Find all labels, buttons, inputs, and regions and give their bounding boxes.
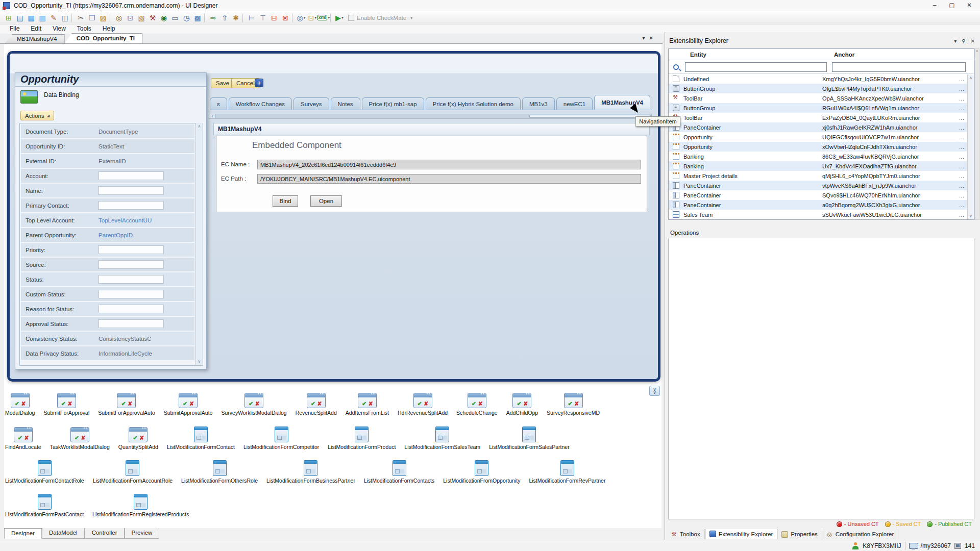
palette-item[interactable]: ✔ ✘ AddItemsFromList (346, 393, 389, 416)
table-row[interactable]: PaneContainer SQvo9$HLc46WQ70hErNhIm.uia… (669, 190, 967, 200)
minimize-icon[interactable]: – (926, 0, 943, 11)
toolbar-icon[interactable]: ▦ ▾ (26, 12, 37, 23)
chevron-down-icon[interactable]: ▾ (304, 15, 306, 20)
table-row[interactable]: Opportunity xOwVtwrHZqluCnFJdhTXkm.uianc… (669, 142, 967, 152)
document-tab[interactable]: MB1MashupV4 (5, 34, 65, 43)
table-row[interactable]: Sales Team sSUvWkucFawW53U1wcDiLG.uianch… (669, 210, 967, 219)
form-row[interactable]: Custom Status: (21, 287, 194, 301)
screen-tab[interactable]: newEC1 (556, 97, 593, 110)
tab-list-dropdown-icon[interactable]: ▾ (643, 35, 645, 41)
table-row[interactable]: ButtonGroup RGuILW0xA4I$Q6LnfVWg1m.uianc… (669, 103, 967, 113)
form-field-input[interactable] (99, 275, 164, 284)
toolbar-icon[interactable]: ⚒ ▾ (147, 12, 158, 23)
bind-button[interactable]: Bind (273, 195, 298, 207)
scroll-up-icon[interactable]: ∧ (968, 76, 974, 80)
table-row[interactable]: ToolBar ExPaZyDB04_0QaytLUKoRm.uianchor … (669, 113, 967, 122)
more-button[interactable]: … (957, 95, 967, 102)
table-row[interactable]: Banking Ux7_KbdVc4EXOadlhaZTfG.uianchor … (669, 161, 967, 171)
anchor-filter-input[interactable] (832, 62, 966, 72)
list-scrollbar[interactable]: ∧ ∨ (967, 74, 974, 219)
form-row[interactable]: Account: (21, 169, 194, 183)
more-button[interactable]: … (957, 115, 967, 121)
toolbar-icon[interactable]: ▩ ▾ (192, 12, 203, 23)
toolbar-icon[interactable]: ▤ ▾ (14, 12, 26, 23)
palette-item[interactable]: ✔ ✘ SubmitForApproval (43, 393, 89, 416)
palette-item[interactable]: ✔ ✘ ListModificationFormProduct (328, 427, 396, 450)
palette-item[interactable]: ✔ ✘ ListModificationFormRegisteredProduc… (92, 494, 189, 517)
table-row[interactable]: Undefined XmgYhQsJo4kr_IqG5E0bmW.uiancho… (669, 74, 967, 84)
form-field-link[interactable]: TopLevelAccountUU (99, 217, 152, 223)
table-row[interactable]: Opportunity UQIEGCflsqouUiOVCP7w1m.uianc… (669, 132, 967, 142)
toolbar-icon[interactable]: ⊢ ▾ (246, 12, 257, 23)
toolbar-icon[interactable]: ◫ ▾ (59, 12, 70, 23)
toolbar-icon[interactable]: ▾ (71, 13, 74, 22)
expand-chevrons-button[interactable]: ∨ ∨ (649, 386, 660, 396)
toolbar-icon[interactable]: ▾ (204, 13, 207, 22)
form-row[interactable]: Parent Opportunity: ParentOppID ParentOp… (21, 228, 194, 242)
view-tab[interactable]: DataModel (42, 528, 85, 539)
toolbar-icon[interactable]: ⊡ ▾ (125, 12, 136, 23)
ec-path-field[interactable] (257, 174, 641, 184)
form-field-input[interactable] (99, 201, 164, 210)
screen-tab[interactable]: Price f(x) mb1-sap (362, 97, 424, 110)
screen-tab[interactable]: s (210, 97, 227, 110)
toolbar-icon[interactable]: ◷ ▾ (181, 12, 192, 23)
anchor-column-header[interactable]: Anchor (832, 52, 974, 58)
palette-item[interactable]: ✔ ✘ TaskWorklistModalDialog (50, 427, 110, 450)
more-button[interactable]: … (957, 202, 967, 208)
close-icon[interactable]: ✕ (961, 0, 978, 11)
toolbar-icon[interactable]: ◉ ▾ (158, 12, 169, 23)
more-button[interactable]: … (957, 183, 967, 189)
toolbar-icon[interactable]: ⇧ ▾ (219, 12, 230, 23)
table-row[interactable]: PaneContainer xj0sfhJ1RawGeIKRZW1hAm.uia… (669, 122, 967, 132)
palette-item[interactable]: ✔ ✘ ListModificationFormOthersRole (181, 460, 258, 484)
panel-close-icon[interactable]: ✕ (971, 38, 975, 44)
toolbar-icon[interactable]: ⊟ ▾ (268, 12, 280, 23)
more-button[interactable]: … (957, 76, 967, 82)
scroll-down-icon[interactable]: ∨ (196, 359, 203, 364)
more-button[interactable]: … (957, 144, 967, 150)
panel-scrollbar[interactable]: ∧ (974, 48, 979, 220)
more-button[interactable]: … (957, 192, 967, 198)
form-row[interactable]: Priority: (21, 243, 194, 257)
add-button[interactable]: + (255, 79, 263, 87)
toolbar-icon[interactable]: ⊤ ▾ (257, 12, 268, 23)
palette-item[interactable]: ✔ ✘ SurveyResponsiveMD (547, 393, 600, 416)
form-field-input[interactable] (99, 319, 164, 328)
menu-item[interactable]: Tools (71, 24, 97, 34)
toolbar-icon[interactable]: ✱ ▾ (230, 12, 241, 23)
form-row[interactable]: Primary Contact: (21, 198, 194, 212)
form-row[interactable]: Opportunity ID: StaticText StaticText (21, 139, 194, 153)
more-button[interactable]: … (957, 163, 967, 169)
form-field-input[interactable] (99, 290, 164, 298)
screen-tab[interactable]: Price f(x) Hybris Solution demo (426, 97, 521, 110)
menu-item[interactable]: Edit (25, 24, 47, 34)
palette-item[interactable]: ✔ ✘ ListModificationFormRevPartner (529, 460, 605, 484)
form-field-input[interactable] (99, 186, 164, 195)
scroll-up-icon[interactable]: ∧ (975, 49, 978, 53)
scroll-left-icon[interactable]: ‹ (209, 114, 216, 118)
palette-item[interactable]: ✔ ✘ ModalDialog (5, 393, 35, 416)
view-tab[interactable]: Designer (4, 528, 42, 539)
form-row[interactable]: Top Level Account: TopLevelAccountUU Top… (21, 213, 194, 227)
more-button[interactable]: … (957, 134, 967, 140)
palette-item[interactable]: ✔ ✘ SubmitApprovalAuto (164, 393, 213, 416)
more-button[interactable]: … (957, 105, 967, 111)
table-row[interactable]: PaneContainer a0q2hBqomq2WU$CXh3gixG.uia… (669, 200, 967, 210)
table-row[interactable]: Banking 86C3_wE33aw4IuvKBQRVjG.uianchor … (669, 152, 967, 161)
menu-item[interactable]: File (4, 24, 25, 34)
form-field-input[interactable] (99, 171, 164, 180)
form-field-link[interactable]: ParentOppID (99, 232, 133, 238)
toolbar-icon[interactable]: ▾ (330, 13, 333, 22)
screen-tab[interactable]: MB1MashupV4 (594, 95, 650, 110)
form-field-input[interactable] (99, 260, 164, 269)
palette-item[interactable]: ✔ ✘ ListModificationFormSalesPartner (489, 427, 570, 450)
search-icon[interactable] (673, 64, 679, 70)
palette-item[interactable]: ✔ ✘ SurveyWorklistModalDialog (221, 393, 286, 416)
panel-tab[interactable]: Toolbox (667, 529, 705, 539)
palette-item[interactable]: ✔ ✘ AddChildOpp (506, 393, 538, 416)
entity-filter-input[interactable] (685, 62, 827, 72)
palette-item[interactable]: ✔ ✘ ListModificationFormSalesTeam (404, 427, 480, 450)
screen-tab[interactable]: MB1v3 (522, 97, 555, 110)
palette-item[interactable]: ✔ ✘ SubmitForApprovalAuto (98, 393, 155, 416)
